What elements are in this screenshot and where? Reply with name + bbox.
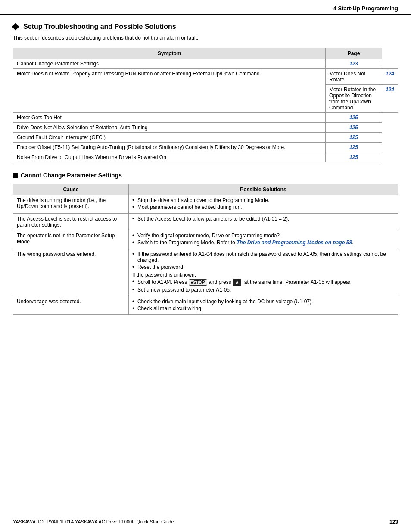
solutions-cell: If the password entered to A1-04 does no…: [128, 249, 398, 296]
drive-programming-link[interactable]: The Drive and Programming Modes on page …: [237, 240, 352, 246]
list-item: Scroll to A1-04. Press ■STOP and press ∧…: [132, 279, 394, 286]
symptom-sub-cell: Motor Rotates in the Opposite Direction …: [326, 85, 382, 113]
stop-button-icon: ■STOP: [189, 279, 207, 286]
symptom-cell: Motor Gets Too Hot: [13, 113, 326, 123]
solutions-cell: Stop the drive and switch over to the Pr…: [128, 195, 398, 214]
page-cell: 124: [382, 85, 398, 113]
table-row: Cannot Change Parameter Settings 123: [13, 59, 398, 69]
symptom-table: Symptom Page Cannot Change Parameter Set…: [13, 48, 398, 162]
page-cell: 125: [326, 143, 382, 152]
symptom-cell: Ground Fault Circuit Interrupter (GFCI): [13, 133, 326, 143]
table-row: The operator is not in the Parameter Set…: [13, 230, 398, 249]
symptom-cell: Noise From Drive or Output Lines When th…: [13, 152, 326, 162]
page-container: 4 Start-Up Programming Setup Troubleshoo…: [0, 0, 411, 532]
list-item: Switch to the Programming Mode. Refer to…: [132, 240, 394, 246]
solutions-col-header: Possible Solutions: [128, 184, 398, 195]
page-col-header: Page: [326, 48, 382, 59]
list-item: Stop the drive and switch over to the Pr…: [132, 197, 394, 203]
footer-doc-id: TOEPYAIL1E01A YASKAWA AC Drive L1000E Qu…: [37, 519, 174, 524]
section-title: Setup Troubleshooting and Possible Solut…: [13, 23, 398, 31]
list-item: Check the drive main input voltage by lo…: [132, 299, 394, 305]
footer-page-number: 123: [389, 519, 398, 525]
page-footer: YASKAWA TOEPYAIL1E01A YASKAWA AC Drive L…: [0, 516, 411, 525]
cause-col-header: Cause: [13, 184, 129, 195]
solutions-cell: Check the drive main input voltage by lo…: [128, 296, 398, 315]
page-cell: 125: [326, 113, 382, 123]
list-item: Reset the password.: [132, 264, 394, 270]
brand-name: YASKAWA: [13, 519, 36, 524]
list-item: Most parameters cannot be edited during …: [132, 204, 394, 210]
subsection-title: Cannot Change Parameter Settings: [13, 172, 398, 179]
page-cell: 124: [382, 69, 398, 85]
table-row: The wrong password was entered. If the p…: [13, 249, 398, 296]
table-row: Motor Does Not Rotate Properly after Pre…: [13, 69, 398, 85]
solutions-table: Cause Possible Solutions The drive is ru…: [13, 184, 398, 315]
up-arrow-button-icon: ∧: [233, 279, 241, 286]
list-item: Check all main circuit wiring.: [132, 305, 394, 311]
table-row: Drive Does Not Allow Selection of Rotati…: [13, 123, 398, 133]
table-row: Encoder Offset (E5-11) Set During Auto-T…: [13, 143, 398, 152]
page-cell: 125: [326, 133, 382, 143]
list-item: Verify the digital operator mode, Drive …: [132, 233, 394, 239]
cause-cell: The operator is not in the Parameter Set…: [13, 230, 129, 249]
password-note: If the password is unknown:: [132, 272, 394, 278]
footer-brand: YASKAWA TOEPYAIL1E01A YASKAWA AC Drive L…: [13, 519, 174, 525]
table-row: Undervoltage was detected. Check the dri…: [13, 296, 398, 315]
subsection-heading-text: Cannot Change Parameter Settings: [21, 172, 122, 179]
intro-paragraph: This section describes troubleshooting p…: [13, 35, 398, 41]
symptom-sub-cell: Motor Does Not Rotate: [326, 69, 382, 85]
list-item: Set a new password to parameter A1-05.: [132, 287, 394, 293]
page-cell: 125: [326, 152, 382, 162]
main-content: Setup Troubleshooting and Possible Solut…: [0, 15, 411, 341]
header-title: 4 Start-Up Programming: [333, 5, 398, 12]
cause-cell: The drive is running the motor (i.e., th…: [13, 195, 129, 214]
cause-cell: The Access Level is set to restrict acce…: [13, 214, 129, 230]
list-item: Set the Access Level to allow parameters…: [132, 216, 394, 222]
page-cell: 125: [326, 123, 382, 133]
solutions-cell: Set the Access Level to allow parameters…: [128, 214, 398, 230]
page-cell: 123: [326, 59, 382, 69]
table-row: Ground Fault Circuit Interrupter (GFCI) …: [13, 133, 398, 143]
cause-cell: The wrong password was entered.: [13, 249, 129, 296]
cause-cell: Undervoltage was detected.: [13, 296, 129, 315]
diamond-bullet-icon: [12, 23, 19, 31]
section-heading-text: Setup Troubleshooting and Possible Solut…: [23, 23, 176, 31]
solutions-cell: Verify the digital operator mode, Drive …: [128, 230, 398, 249]
table-row: Noise From Drive or Output Lines When th…: [13, 152, 398, 162]
list-item: If the password entered to A1-04 does no…: [132, 251, 394, 263]
symptom-cell: Cannot Change Parameter Settings: [13, 59, 326, 69]
symptom-cell: Drive Does Not Allow Selection of Rotati…: [13, 123, 326, 133]
symptom-cell: Motor Does Not Rotate Properly after Pre…: [13, 69, 326, 113]
table-row: The Access Level is set to restrict acce…: [13, 214, 398, 230]
symptom-cell: Encoder Offset (E5-11) Set During Auto-T…: [13, 143, 326, 152]
table-row: The drive is running the motor (i.e., th…: [13, 195, 398, 214]
symptom-col-header: Symptom: [13, 48, 326, 59]
table-row: Motor Gets Too Hot 125: [13, 113, 398, 123]
square-bullet-icon: [13, 173, 18, 178]
page-header: 4 Start-Up Programming: [0, 0, 411, 15]
